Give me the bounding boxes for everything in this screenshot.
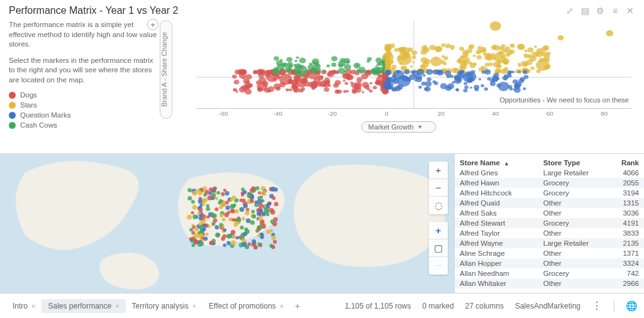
data-point[interactable] [518,71,521,74]
map-marker[interactable] [198,199,203,204]
tab-sales-performance[interactable]: Sales performance× [42,299,125,313]
data-point[interactable] [267,86,274,92]
map-marker[interactable] [252,186,256,190]
data-point[interactable] [418,85,422,89]
data-point[interactable] [417,69,424,75]
data-point[interactable] [311,87,315,90]
data-point[interactable] [443,62,447,65]
map-marker[interactable] [221,237,225,241]
map-marker[interactable] [243,204,248,208]
map-marker[interactable] [240,207,243,211]
map-marker[interactable] [226,206,230,210]
data-point[interactable] [343,80,345,82]
map-marker[interactable] [242,199,246,203]
map-marker[interactable] [203,224,206,227]
data-point[interactable] [287,68,292,72]
map-marker[interactable] [187,188,191,192]
data-point[interactable] [497,70,501,73]
map-marker[interactable] [262,190,266,194]
data-point[interactable] [425,81,432,87]
data-point[interactable] [326,64,330,67]
data-point[interactable] [464,61,467,63]
data-point[interactable] [441,43,445,47]
data-point[interactable] [328,70,332,74]
data-point[interactable] [491,45,497,50]
data-point[interactable] [474,88,479,92]
data-point[interactable] [297,69,302,73]
data-point[interactable] [459,47,464,51]
table-row[interactable]: Allan HopperOther3324 [455,258,644,268]
data-point[interactable] [293,64,296,67]
data-point[interactable] [245,74,252,80]
map-marker[interactable] [258,243,261,246]
map-marker[interactable] [271,187,276,192]
data-point[interactable] [370,82,373,85]
data-point[interactable] [470,87,472,89]
data-point[interactable] [490,53,496,58]
data-point[interactable] [369,90,373,93]
data-point[interactable] [299,65,304,69]
map-marker[interactable] [266,229,270,234]
data-point[interactable] [411,70,415,74]
map-marker[interactable] [211,194,216,198]
data-point[interactable] [517,44,524,50]
tab-close-icon[interactable]: × [115,302,119,310]
scatter-chart[interactable]: Brand A - Share Change -60-40-2002040608… [162,20,635,131]
data-point[interactable] [414,79,417,81]
map-marker[interactable] [191,211,194,214]
data-point[interactable] [374,69,378,73]
data-point[interactable] [387,80,391,83]
data-point[interactable] [280,59,283,62]
data-point[interactable] [499,46,503,50]
map-marker[interactable] [257,196,261,200]
map[interactable]: + − ◌ + ▢ ⋯ [0,154,454,293]
map-marker[interactable] [273,239,277,243]
data-point[interactable] [536,52,543,57]
data-point[interactable] [335,89,340,94]
data-point[interactable] [438,71,441,74]
close-icon[interactable]: ✕ [625,6,635,16]
data-point[interactable] [404,70,409,74]
data-point[interactable] [401,75,408,81]
map-marker[interactable] [216,191,220,195]
table-row[interactable]: Alfred StewartGrocery4191 [455,218,644,228]
data-point[interactable] [238,69,245,75]
map-marker[interactable] [257,234,260,237]
map-marker[interactable] [213,187,216,191]
map-marker[interactable] [223,244,226,247]
data-point[interactable] [286,88,289,91]
data-point[interactable] [373,85,377,89]
data-point[interactable] [316,64,321,69]
data-point[interactable] [462,75,464,77]
data-point[interactable] [447,75,450,78]
map-marker[interactable] [250,221,255,225]
map-home-button[interactable]: ◌ [429,197,448,214]
data-point[interactable] [490,79,494,83]
map-marker[interactable] [214,207,218,211]
map-marker[interactable] [197,189,200,192]
data-point[interactable] [392,74,396,77]
data-point[interactable] [246,80,249,84]
map-marker[interactable] [203,187,208,191]
note-icon[interactable]: ▤ [580,6,590,16]
data-point[interactable] [484,69,491,74]
data-point[interactable] [280,68,284,71]
data-point[interactable] [504,67,508,71]
data-point[interactable] [536,69,541,73]
data-point[interactable] [430,57,441,66]
data-point[interactable] [310,69,314,73]
data-point[interactable] [274,84,280,90]
data-point[interactable] [294,79,301,84]
data-point[interactable] [258,77,266,84]
map-marker[interactable] [206,233,209,236]
table-row[interactable]: Alfred WayneLarge Retailer2135 [455,238,644,248]
legend-item-cash-cows[interactable]: Cash Cows [9,121,157,129]
data-point[interactable] [389,43,395,48]
store-table[interactable]: Store Name ▲ Store Type Rank Alfred Grie… [454,154,644,293]
map-crosshair-button[interactable]: + [429,222,448,239]
data-point[interactable] [518,63,521,65]
data-point[interactable] [480,84,484,87]
map-marker[interactable] [219,213,223,217]
map-marker[interactable] [228,217,232,221]
map-marker[interactable] [262,212,266,216]
